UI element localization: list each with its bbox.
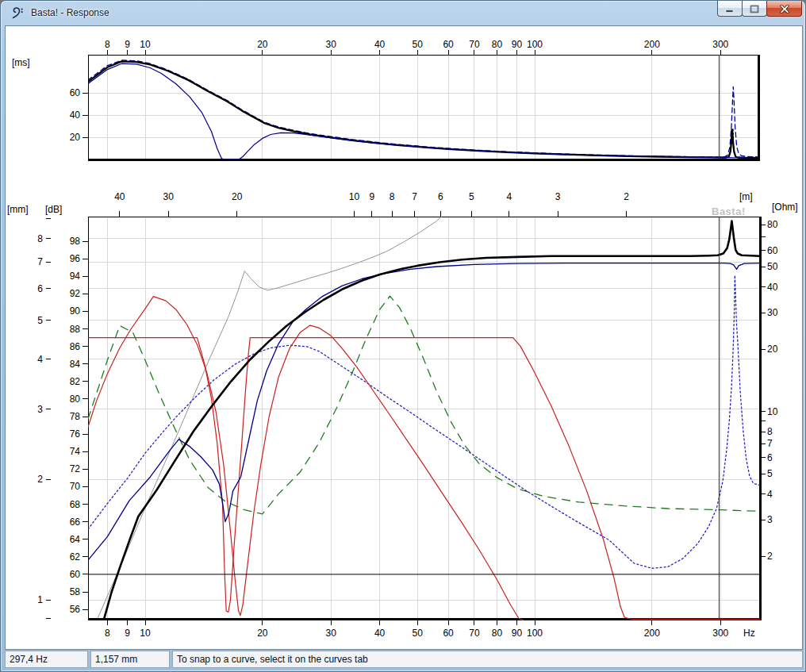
svg-text:9: 9 — [125, 628, 130, 639]
svg-text:70: 70 — [70, 481, 81, 492]
svg-text:7: 7 — [37, 256, 43, 267]
group-delay-chart[interactable]: 89102030405060708090100200300604020[ms] — [12, 39, 760, 161]
svg-text:3: 3 — [37, 404, 43, 415]
svg-text:3: 3 — [555, 191, 561, 202]
svg-text:6: 6 — [438, 191, 443, 202]
svg-text:[Ohm]: [Ohm] — [772, 202, 798, 213]
svg-text:Hz: Hz — [743, 628, 755, 639]
svg-text:90: 90 — [512, 628, 523, 639]
svg-text:20: 20 — [232, 191, 243, 202]
spl-system-black — [104, 221, 760, 619]
svg-text:60: 60 — [70, 569, 81, 580]
svg-text:98: 98 — [70, 236, 81, 247]
svg-text:74: 74 — [70, 446, 81, 457]
svg-text:50: 50 — [767, 261, 778, 272]
svg-text:6: 6 — [767, 452, 773, 463]
svg-text:76: 76 — [70, 428, 81, 440]
svg-text:40: 40 — [70, 109, 81, 121]
svg-text:58: 58 — [70, 586, 81, 597]
svg-text:40: 40 — [114, 191, 125, 202]
group-delay-grid — [88, 55, 758, 159]
svg-text:10: 10 — [140, 628, 151, 639]
svg-text:10: 10 — [140, 39, 151, 50]
svg-text:20: 20 — [767, 344, 778, 355]
maximize-button[interactable] — [742, 1, 767, 17]
svg-text:20: 20 — [257, 39, 268, 50]
impedance-network-blue-dotted — [88, 275, 760, 568]
title-bar[interactable]: Basta! - Response — [1, 1, 805, 25]
svg-text:66: 66 — [70, 516, 81, 528]
response-axes: 89102030405060708090100200300Hz403020109… — [7, 191, 798, 639]
svg-text:20: 20 — [70, 132, 81, 143]
svg-text:4: 4 — [37, 354, 43, 365]
svg-text:100: 100 — [527, 39, 543, 50]
spike-point-markers — [731, 140, 734, 143]
svg-text:20: 20 — [257, 628, 268, 639]
spike-point-markers — [731, 129, 733, 131]
group-delay-system-black — [88, 61, 760, 158]
svg-text:96: 96 — [70, 253, 81, 264]
svg-text:30: 30 — [326, 39, 337, 50]
svg-text:40: 40 — [767, 282, 778, 293]
svg-text:90: 90 — [70, 305, 81, 317]
close-button[interactable] — [766, 1, 802, 17]
svg-text:40: 40 — [374, 39, 386, 50]
group-delay-driver-blue — [88, 63, 760, 159]
svg-text:200: 200 — [644, 628, 660, 639]
svg-text:8: 8 — [767, 426, 773, 437]
svg-text:4: 4 — [767, 489, 773, 500]
spike-point-markers — [731, 132, 734, 135]
svg-text:82: 82 — [70, 376, 81, 387]
svg-text:3: 3 — [767, 514, 773, 525]
svg-text:88: 88 — [70, 324, 81, 335]
status-cursor-frequency: 297,4 Hz — [5, 651, 88, 668]
max-spl-red-dome — [88, 297, 524, 621]
svg-text:92: 92 — [70, 288, 81, 299]
svg-text:86: 86 — [70, 341, 81, 352]
svg-text:2: 2 — [37, 474, 43, 485]
chart-client-area: 89102030405060708090100200300604020[ms]8… — [5, 25, 803, 650]
spl-filtered-blue — [88, 263, 760, 561]
svg-text:78: 78 — [70, 411, 81, 422]
svg-text:8: 8 — [390, 191, 395, 202]
svg-text:90: 90 — [512, 39, 523, 50]
svg-text:10: 10 — [349, 191, 360, 202]
svg-text:[dB]: [dB] — [45, 204, 62, 215]
svg-text:8: 8 — [37, 233, 43, 244]
svg-text:72: 72 — [70, 463, 81, 474]
svg-text:80: 80 — [492, 628, 503, 639]
svg-text:8: 8 — [105, 39, 110, 50]
svg-text:60: 60 — [767, 245, 778, 256]
status-cursor-excursion: 1,157 mm — [90, 651, 170, 668]
svg-text:60: 60 — [70, 87, 81, 98]
svg-text:100: 100 — [527, 628, 543, 639]
basta-window: Basta! - Response 8910203040506070809010… — [0, 0, 806, 672]
svg-text:50: 50 — [413, 628, 424, 639]
svg-text:94: 94 — [70, 271, 81, 282]
spike-point-markers — [731, 136, 734, 139]
svg-text:6: 6 — [37, 283, 43, 294]
svg-text:[ms]: [ms] — [12, 57, 30, 68]
svg-text:300: 300 — [712, 628, 728, 639]
svg-text:200: 200 — [644, 39, 660, 50]
svg-text:300: 300 — [712, 39, 728, 50]
svg-text:5: 5 — [767, 468, 773, 479]
response-chart[interactable]: 89102030405060708090100200300Hz403020109… — [7, 191, 798, 639]
response-series — [88, 213, 760, 621]
response-charts-svg[interactable]: 89102030405060708090100200300604020[ms]8… — [6, 26, 802, 649]
basta-watermark: Basta! — [712, 205, 746, 217]
window-title: Basta! - Response — [31, 7, 109, 18]
group-delay-dashed-blue — [88, 60, 760, 157]
svg-text:80: 80 — [492, 39, 503, 50]
aux-gray-curve — [98, 213, 445, 619]
svg-text:70: 70 — [469, 628, 480, 639]
svg-text:4: 4 — [506, 191, 512, 202]
svg-text:62: 62 — [70, 551, 81, 563]
svg-text:40: 40 — [374, 628, 386, 639]
svg-text:30: 30 — [767, 307, 778, 318]
svg-text:5: 5 — [37, 315, 43, 326]
minimize-button[interactable] — [717, 1, 743, 17]
svg-text:70: 70 — [469, 39, 480, 50]
max-spl-red-flat — [88, 338, 760, 620]
svg-text:[m]: [m] — [739, 191, 753, 202]
